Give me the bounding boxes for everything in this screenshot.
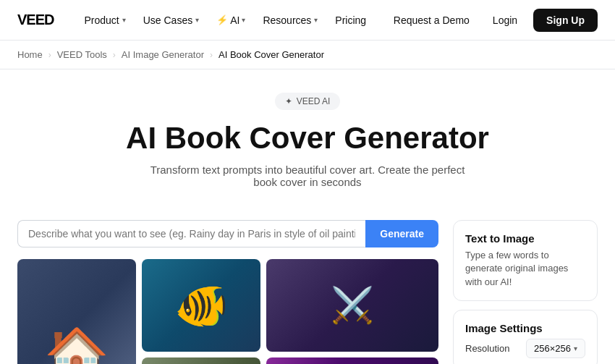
gallery-item xyxy=(266,357,438,364)
gallery-item xyxy=(142,357,260,364)
nav-resources[interactable]: Resources ▾ xyxy=(255,10,325,30)
nav-use-cases[interactable]: Use Cases ▾ xyxy=(136,10,206,30)
prompt-input[interactable] xyxy=(17,220,365,247)
sparkle-icon: ✦ xyxy=(285,96,292,106)
hero-subtitle: Transform text prompts into beautiful co… xyxy=(148,164,467,188)
image-settings-card: Image Settings Resolution 256×256 ▾ xyxy=(453,310,598,364)
breadcrumb-ai-image-generator[interactable]: AI Image Generator xyxy=(122,49,204,60)
breadcrumb-home[interactable]: Home xyxy=(17,49,43,60)
gallery-item xyxy=(266,259,438,352)
hero-section: ✦ VEED AI AI Book Cover Generator Transf… xyxy=(0,69,615,220)
breadcrumb-separator: › xyxy=(48,50,51,60)
prompt-row: Generate xyxy=(17,220,438,247)
nav-right: Request a Demo Login Sign Up xyxy=(386,9,598,32)
text-to-image-desc: Type a few words to generate original im… xyxy=(465,249,585,289)
breadcrumb-veed-tools[interactable]: VEED Tools xyxy=(57,49,107,60)
left-panel: Generate xyxy=(17,220,438,364)
main-content: Generate Text to Image Type a few words … xyxy=(0,220,615,364)
main-nav: VEED Product ▾ Use Cases ▾ ⚡ AI ▾ Resour… xyxy=(0,0,615,41)
nav-pricing[interactable]: Pricing xyxy=(328,10,373,30)
chevron-down-icon: ▾ xyxy=(314,16,318,24)
resolution-dropdown[interactable]: 256×256 ▾ xyxy=(526,339,585,358)
resolution-row: Resolution 256×256 ▾ xyxy=(465,339,585,358)
nav-product[interactable]: Product ▾ xyxy=(77,10,132,30)
breadcrumb-current: AI Book Cover Generator xyxy=(219,49,324,60)
right-panel: Text to Image Type a few words to genera… xyxy=(453,220,598,364)
hero-badge: ✦ VEED AI xyxy=(275,93,341,110)
nav-links: Product ▾ Use Cases ▾ ⚡ AI ▾ Resources ▾… xyxy=(77,10,386,30)
chevron-down-icon: ▾ xyxy=(242,16,245,24)
breadcrumb-separator: › xyxy=(113,50,116,60)
page-title: AI Book Cover Generator xyxy=(17,122,598,155)
generate-button[interactable]: Generate xyxy=(365,220,438,247)
lightning-icon: ⚡ xyxy=(216,14,228,25)
nav-ai[interactable]: ⚡ AI ▾ xyxy=(209,10,253,30)
resolution-label: Resolution xyxy=(465,343,509,354)
chevron-down-icon: ▾ xyxy=(195,16,199,24)
breadcrumb-separator: › xyxy=(210,50,213,60)
login-button[interactable]: Login xyxy=(485,10,525,30)
logo[interactable]: VEED xyxy=(17,12,54,28)
image-settings-title: Image Settings xyxy=(465,322,585,334)
gallery xyxy=(17,259,438,364)
signup-button[interactable]: Sign Up xyxy=(533,9,598,32)
gallery-item xyxy=(142,259,260,352)
breadcrumb: Home › VEED Tools › AI Image Generator ›… xyxy=(0,41,615,69)
chevron-down-icon: ▾ xyxy=(122,16,126,24)
gallery-item-large xyxy=(17,259,136,364)
chevron-down-icon: ▾ xyxy=(574,344,577,352)
resolution-value: 256×256 xyxy=(534,343,571,354)
text-to-image-title: Text to Image xyxy=(465,232,585,245)
request-demo-button[interactable]: Request a Demo xyxy=(386,10,477,30)
text-to-image-card: Text to Image Type a few words to genera… xyxy=(453,220,598,301)
